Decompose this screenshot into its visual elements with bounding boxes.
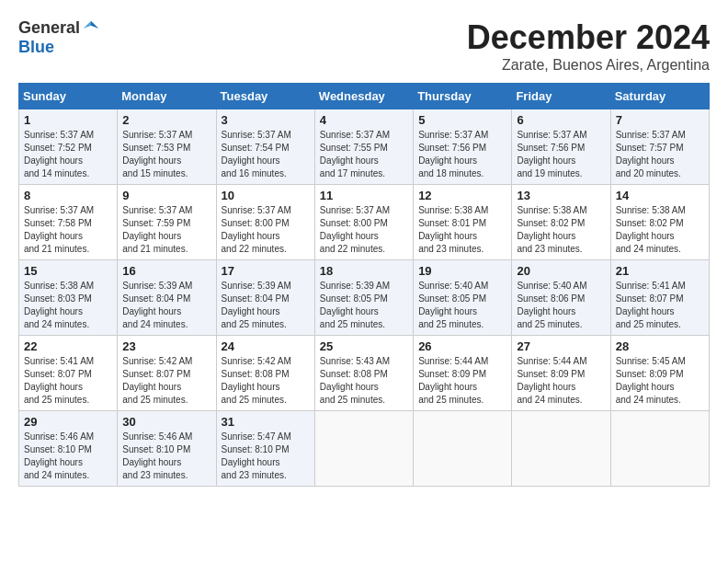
day-number: 12 bbox=[418, 189, 506, 202]
day-number: 24 bbox=[222, 339, 310, 353]
day-number: 2 bbox=[122, 113, 210, 127]
day-number: 7 bbox=[616, 113, 704, 127]
day-number: 13 bbox=[517, 189, 605, 202]
day-number: 1 bbox=[24, 113, 112, 127]
day-number: 11 bbox=[320, 189, 408, 202]
table-row: 21Sunrise: 5:41 AMSunset: 8:07 PMDayligh… bbox=[610, 260, 709, 336]
day-number: 8 bbox=[24, 189, 112, 202]
day-number: 18 bbox=[320, 264, 408, 278]
day-info: Sunrise: 5:37 AMSunset: 7:56 PMDaylight … bbox=[418, 129, 506, 180]
day-info: Sunrise: 5:46 AMSunset: 8:10 PMDaylight … bbox=[122, 431, 210, 482]
day-info: Sunrise: 5:40 AMSunset: 8:05 PMDaylight … bbox=[418, 280, 506, 331]
table-row: 7Sunrise: 5:37 AMSunset: 7:57 PMDaylight… bbox=[610, 109, 709, 185]
day-info: Sunrise: 5:41 AMSunset: 8:07 PMDaylight … bbox=[24, 355, 112, 407]
day-info: Sunrise: 5:46 AMSunset: 8:10 PMDaylight … bbox=[24, 431, 112, 482]
table-row: 1Sunrise: 5:37 AMSunset: 7:52 PMDaylight… bbox=[19, 109, 118, 185]
table-row: 25Sunrise: 5:43 AMSunset: 8:08 PMDayligh… bbox=[314, 336, 413, 411]
day-number: 4 bbox=[320, 113, 408, 127]
table-row: 27Sunrise: 5:44 AMSunset: 8:09 PMDayligh… bbox=[512, 336, 610, 411]
day-number: 21 bbox=[616, 264, 704, 278]
day-info: Sunrise: 5:37 AMSunset: 7:52 PMDaylight … bbox=[24, 129, 112, 180]
day-info: Sunrise: 5:37 AMSunset: 7:55 PMDaylight … bbox=[320, 129, 408, 180]
day-number: 25 bbox=[320, 339, 408, 353]
day-info: Sunrise: 5:43 AMSunset: 8:08 PMDaylight … bbox=[320, 355, 408, 407]
day-number: 23 bbox=[122, 339, 210, 353]
calendar-week-row: 29Sunrise: 5:46 AMSunset: 8:10 PMDayligh… bbox=[19, 411, 710, 487]
day-info: Sunrise: 5:37 AMSunset: 7:58 PMDaylight … bbox=[24, 204, 112, 256]
day-number: 30 bbox=[122, 415, 210, 429]
day-info: Sunrise: 5:44 AMSunset: 8:09 PMDaylight … bbox=[418, 355, 506, 407]
table-row: 14Sunrise: 5:38 AMSunset: 8:02 PMDayligh… bbox=[610, 185, 709, 260]
table-row bbox=[414, 411, 512, 487]
day-number: 22 bbox=[24, 339, 112, 353]
table-row: 13Sunrise: 5:38 AMSunset: 8:02 PMDayligh… bbox=[512, 185, 610, 260]
col-saturday: Saturday bbox=[610, 84, 709, 109]
col-thursday: Thursday bbox=[414, 84, 512, 109]
day-info: Sunrise: 5:38 AMSunset: 8:02 PMDaylight … bbox=[616, 204, 704, 256]
col-friday: Friday bbox=[512, 84, 610, 109]
day-info: Sunrise: 5:37 AMSunset: 7:56 PMDaylight … bbox=[517, 129, 605, 180]
day-info: Sunrise: 5:44 AMSunset: 8:09 PMDaylight … bbox=[517, 355, 605, 407]
table-row: 12Sunrise: 5:38 AMSunset: 8:01 PMDayligh… bbox=[414, 185, 512, 260]
day-info: Sunrise: 5:37 AMSunset: 7:57 PMDaylight … bbox=[616, 129, 704, 180]
table-row: 19Sunrise: 5:40 AMSunset: 8:05 PMDayligh… bbox=[414, 260, 512, 336]
calendar-table: Sunday Monday Tuesday Wednesday Thursday… bbox=[18, 83, 710, 487]
day-info: Sunrise: 5:47 AMSunset: 8:10 PMDaylight … bbox=[222, 431, 310, 482]
day-info: Sunrise: 5:39 AMSunset: 8:05 PMDaylight … bbox=[320, 280, 408, 331]
day-number: 19 bbox=[418, 264, 506, 278]
day-number: 6 bbox=[517, 113, 605, 127]
day-number: 16 bbox=[122, 264, 210, 278]
table-row bbox=[314, 411, 413, 487]
day-info: Sunrise: 5:37 AMSunset: 7:54 PMDaylight … bbox=[222, 129, 310, 180]
table-row: 24Sunrise: 5:42 AMSunset: 8:08 PMDayligh… bbox=[216, 336, 314, 411]
calendar-week-row: 15Sunrise: 5:38 AMSunset: 8:03 PMDayligh… bbox=[19, 260, 710, 336]
table-row: 8Sunrise: 5:37 AMSunset: 7:58 PMDaylight… bbox=[19, 185, 118, 260]
table-row: 9Sunrise: 5:37 AMSunset: 7:59 PMDaylight… bbox=[118, 185, 216, 260]
day-number: 29 bbox=[24, 415, 112, 429]
table-row: 11Sunrise: 5:37 AMSunset: 8:00 PMDayligh… bbox=[314, 185, 413, 260]
table-row: 5Sunrise: 5:37 AMSunset: 7:56 PMDaylight… bbox=[414, 109, 512, 185]
col-monday: Monday bbox=[118, 84, 216, 109]
col-wednesday: Wednesday bbox=[314, 84, 413, 109]
day-info: Sunrise: 5:41 AMSunset: 8:07 PMDaylight … bbox=[616, 280, 704, 331]
table-row: 16Sunrise: 5:39 AMSunset: 8:04 PMDayligh… bbox=[118, 260, 216, 336]
col-tuesday: Tuesday bbox=[216, 84, 314, 109]
calendar-week-row: 8Sunrise: 5:37 AMSunset: 7:58 PMDaylight… bbox=[19, 185, 710, 260]
day-number: 28 bbox=[616, 339, 704, 353]
table-row: 28Sunrise: 5:45 AMSunset: 8:09 PMDayligh… bbox=[610, 336, 709, 411]
day-number: 14 bbox=[616, 189, 704, 202]
day-info: Sunrise: 5:37 AMSunset: 8:00 PMDaylight … bbox=[320, 204, 408, 256]
day-info: Sunrise: 5:42 AMSunset: 8:07 PMDaylight … bbox=[122, 355, 210, 407]
table-row: 4Sunrise: 5:37 AMSunset: 7:55 PMDaylight… bbox=[314, 109, 413, 185]
page-header: General Blue December 2024 Zarate, Bueno… bbox=[18, 18, 710, 74]
day-info: Sunrise: 5:38 AMSunset: 8:01 PMDaylight … bbox=[418, 204, 506, 256]
day-info: Sunrise: 5:37 AMSunset: 7:59 PMDaylight … bbox=[122, 204, 210, 256]
table-row: 18Sunrise: 5:39 AMSunset: 8:05 PMDayligh… bbox=[314, 260, 413, 336]
calendar-week-row: 1Sunrise: 5:37 AMSunset: 7:52 PMDaylight… bbox=[19, 109, 710, 185]
table-row: 6Sunrise: 5:37 AMSunset: 7:56 PMDaylight… bbox=[512, 109, 610, 185]
day-info: Sunrise: 5:39 AMSunset: 8:04 PMDaylight … bbox=[122, 280, 210, 331]
table-row: 17Sunrise: 5:39 AMSunset: 8:04 PMDayligh… bbox=[216, 260, 314, 336]
month-title: December 2024 bbox=[467, 18, 710, 57]
day-info: Sunrise: 5:40 AMSunset: 8:06 PMDaylight … bbox=[517, 280, 605, 331]
day-number: 10 bbox=[222, 189, 310, 202]
calendar-header-row: Sunday Monday Tuesday Wednesday Thursday… bbox=[19, 84, 710, 109]
logo-icon bbox=[82, 19, 100, 38]
table-row: 15Sunrise: 5:38 AMSunset: 8:03 PMDayligh… bbox=[19, 260, 118, 336]
day-number: 26 bbox=[418, 339, 506, 353]
day-info: Sunrise: 5:38 AMSunset: 8:02 PMDaylight … bbox=[517, 204, 605, 256]
day-info: Sunrise: 5:39 AMSunset: 8:04 PMDaylight … bbox=[222, 280, 310, 331]
col-sunday: Sunday bbox=[19, 84, 118, 109]
table-row: 31Sunrise: 5:47 AMSunset: 8:10 PMDayligh… bbox=[216, 411, 314, 487]
day-info: Sunrise: 5:42 AMSunset: 8:08 PMDaylight … bbox=[222, 355, 310, 407]
title-area: December 2024 Zarate, Buenos Aires, Arge… bbox=[467, 18, 710, 74]
day-number: 27 bbox=[517, 339, 605, 353]
logo: General Blue bbox=[18, 18, 100, 57]
day-number: 3 bbox=[222, 113, 310, 127]
table-row: 2Sunrise: 5:37 AMSunset: 7:53 PMDaylight… bbox=[118, 109, 216, 185]
day-number: 9 bbox=[122, 189, 210, 202]
table-row bbox=[610, 411, 709, 487]
table-row: 26Sunrise: 5:44 AMSunset: 8:09 PMDayligh… bbox=[414, 336, 512, 411]
table-row: 30Sunrise: 5:46 AMSunset: 8:10 PMDayligh… bbox=[118, 411, 216, 487]
day-info: Sunrise: 5:38 AMSunset: 8:03 PMDaylight … bbox=[24, 280, 112, 331]
